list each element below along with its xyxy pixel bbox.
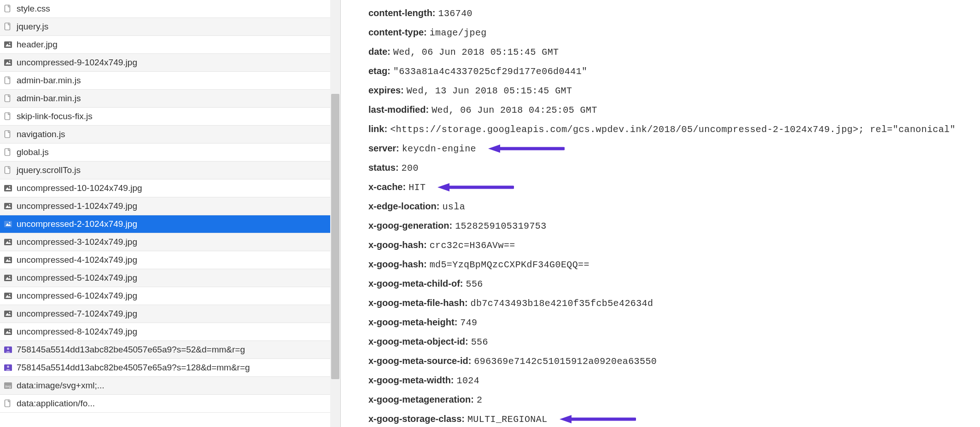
header-key: x-goog-meta-child-of: [368, 278, 463, 289]
header-key: content-type: [368, 27, 427, 37]
header-key: x-cache: [368, 182, 406, 192]
request-row[interactable]: 758145a5514dd13abc82be45057e65a9?s=52&d=… [0, 341, 330, 359]
header-key: x-goog-meta-height: [368, 317, 457, 327]
header-value: Wed, 06 Jun 2018 04:25:05 GMT [432, 105, 597, 115]
request-row[interactable]: uncompressed-7-1024x749.jpg [0, 305, 330, 323]
response-header-line: last-modified:Wed, 06 Jun 2018 04:25:05 … [368, 100, 980, 120]
request-row-name: uncompressed-10-1024x749.jpg [17, 183, 142, 193]
header-value: 556 [466, 279, 483, 289]
header-key: date: [368, 46, 391, 57]
svg-point-37 [9, 312, 10, 313]
svg-point-34 [9, 294, 10, 295]
header-value: 136740 [438, 8, 472, 19]
header-value: db7c743493b18e4210f35fcb5e42634d [471, 298, 653, 309]
svg-rect-12 [5, 149, 10, 156]
request-row-name: data:image/svg+xml;... [17, 381, 105, 391]
svg-point-40 [9, 330, 10, 331]
header-value: Wed, 13 Jun 2018 05:15:45 GMT [407, 86, 572, 96]
request-row[interactable]: global.js [0, 144, 330, 162]
app-root: style.css jquery.js header.jpg uncompres… [0, 0, 980, 427]
svg-marker-51 [438, 183, 449, 191]
header-key: x-goog-meta-width: [368, 375, 454, 385]
header-value: 200 [402, 163, 419, 173]
request-row-name: 758145a5514dd13abc82be45057e65a9?s=52&d=… [17, 345, 245, 355]
header-value: Wed, 06 Jun 2018 05:15:45 GMT [393, 47, 559, 58]
svg-marker-53 [560, 415, 572, 423]
request-row-name: uncompressed-6-1024x749.jpg [17, 291, 137, 301]
request-row-name: skip-link-focus-fix.js [17, 111, 93, 121]
header-value: md5=YzqBpMQzcCXPKdF34G0EQQ== [430, 260, 589, 270]
response-header-line: date:Wed, 06 Jun 2018 05:15:45 GMT [368, 42, 980, 62]
request-row[interactable]: admin-bar.min.js [0, 90, 330, 108]
request-list-scroll[interactable]: style.css jquery.js header.jpg uncompres… [0, 0, 330, 427]
header-key: etag: [368, 66, 391, 76]
response-header-line: x-goog-meta-child-of:556 [368, 274, 980, 294]
request-row[interactable]: navigation.js [0, 126, 330, 144]
svg-point-31 [9, 276, 10, 277]
request-row[interactable]: data:application/fo... [0, 395, 330, 413]
request-row[interactable]: admin-bar.min.js [0, 72, 330, 90]
annotation-arrow-icon [486, 144, 565, 154]
svg-rect-11 [5, 131, 10, 138]
header-key: server: [368, 143, 399, 153]
request-row[interactable]: uncompressed-5-1024x749.jpg [0, 269, 330, 287]
header-value: 1528259105319753 [455, 221, 546, 231]
response-header-line: etag:"633a81a4c4337025cf29d177e06d0441" [368, 62, 980, 81]
annotation-arrow-icon [436, 182, 514, 192]
request-row[interactable]: 758145a5514dd13abc82be45057e65a9?s=128&d… [0, 359, 330, 377]
request-row[interactable]: jquery.js [0, 18, 330, 36]
svg-rect-9 [5, 95, 10, 102]
request-row-name: admin-bar.min.js [17, 93, 81, 104]
scrollbar-thumb[interactable] [331, 94, 339, 379]
header-value: usla [442, 202, 465, 212]
scrollbar-track[interactable] [330, 0, 340, 427]
header-value: image/jpeg [430, 28, 487, 38]
svg-point-4 [9, 43, 10, 44]
image-icon [4, 220, 12, 228]
header-value: crc32c=H36AVw== [430, 240, 515, 251]
gray-icon: svg [4, 381, 12, 390]
response-header-line: content-type:image/jpeg [368, 23, 980, 42]
header-key: x-edge-location: [368, 201, 439, 211]
header-value: keycdn-engine [402, 144, 476, 154]
request-row-name: uncompressed-1-1024x749.jpg [17, 201, 137, 211]
response-header-line: content-length:136740 [368, 4, 980, 23]
response-header-line: status:200 [368, 158, 980, 178]
network-request-list-panel: style.css jquery.js header.jpg uncompres… [0, 0, 341, 427]
file-icon [4, 166, 12, 174]
response-header-line: x-goog-meta-object-id:556 [368, 332, 980, 352]
request-row[interactable]: uncompressed-3-1024x749.jpg [0, 233, 330, 251]
request-row[interactable]: uncompressed-8-1024x749.jpg [0, 323, 330, 341]
request-row[interactable]: header.jpg [0, 36, 330, 54]
svg-point-28 [9, 258, 10, 260]
request-row[interactable]: uncompressed-9-1024x749.jpg [0, 54, 330, 72]
request-row[interactable]: uncompressed-2-1024x749.jpg [0, 215, 330, 233]
request-row[interactable]: skip-link-focus-fix.js [0, 108, 330, 126]
header-value: 696369e7142c51015912a0920ea63550 [474, 356, 657, 367]
response-header-line: x-goog-hash:md5=YzqBpMQzcCXPKdF34G0EQQ== [368, 255, 980, 274]
request-row-name: header.jpg [17, 40, 58, 50]
svg-rect-0 [5, 5, 10, 12]
header-key: last-modified: [368, 104, 429, 115]
response-header-line: x-goog-metageneration:2 [368, 390, 980, 410]
purple-icon [4, 364, 12, 372]
header-key: x-goog-meta-object-id: [368, 336, 468, 346]
request-row[interactable]: uncompressed-10-1024x749.jpg [0, 179, 330, 197]
response-header-line: link:<https://storage.googleapis.com/gcs… [368, 120, 980, 139]
response-header-line: x-goog-meta-width:1024 [368, 371, 980, 390]
svg-text:svg: svg [5, 384, 11, 388]
request-row[interactable]: uncompressed-6-1024x749.jpg [0, 287, 330, 305]
header-value: 749 [460, 317, 477, 328]
header-key: content-length: [368, 8, 436, 18]
header-key: link: [368, 124, 387, 134]
image-icon [4, 202, 12, 210]
request-row[interactable]: uncompressed-1-1024x749.jpg [0, 197, 330, 215]
file-icon [4, 94, 12, 103]
header-key: x-goog-hash: [368, 240, 427, 250]
image-icon [4, 238, 12, 246]
request-row[interactable]: uncompressed-4-1024x749.jpg [0, 251, 330, 269]
request-row[interactable]: svg data:image/svg+xml;... [0, 377, 330, 395]
request-row[interactable]: jquery.scrollTo.js [0, 162, 330, 179]
image-icon [4, 184, 12, 192]
request-row[interactable]: style.css [0, 0, 330, 18]
